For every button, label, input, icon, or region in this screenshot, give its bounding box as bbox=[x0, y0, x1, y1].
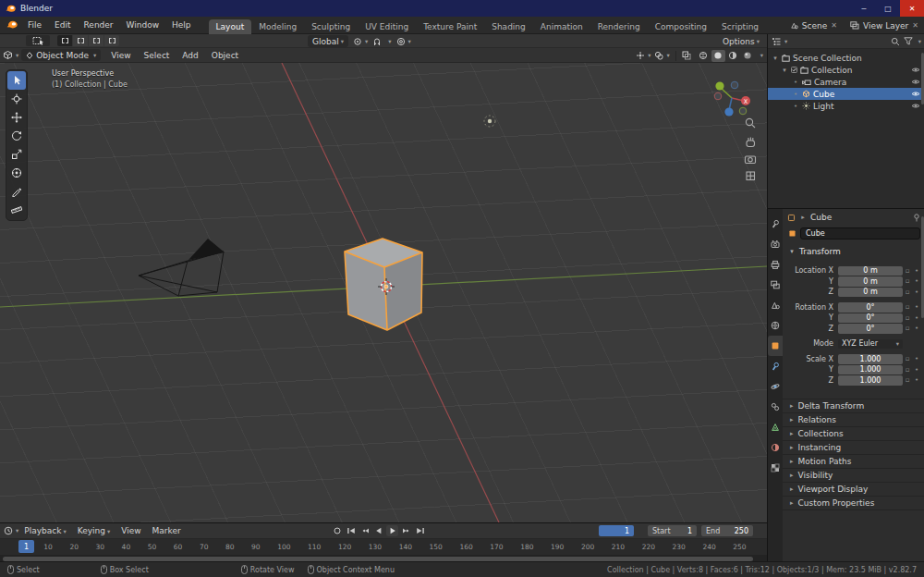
gizmo-x-neg[interactable] bbox=[714, 92, 722, 100]
value-field[interactable]: 1.000 bbox=[838, 365, 903, 375]
shading-solid-button[interactable] bbox=[711, 50, 725, 62]
viewport-menu-item[interactable]: View bbox=[104, 47, 137, 64]
timeline-editor-button[interactable]: ▾ bbox=[4, 526, 18, 535]
tool-cursor[interactable] bbox=[7, 90, 26, 108]
viewport-menu-item[interactable]: Select bbox=[138, 47, 176, 64]
outliner-row-camera[interactable]: • Camera bbox=[768, 76, 924, 88]
options-dropdown[interactable]: Options ▾ bbox=[723, 35, 760, 47]
workspace-tab[interactable]: UV Editing bbox=[358, 19, 416, 34]
select-mode-intersect-button[interactable] bbox=[104, 35, 119, 46]
properties-tab-view-layer[interactable] bbox=[768, 275, 783, 295]
active-tool-button[interactable] bbox=[26, 35, 50, 46]
select-mode-new-button[interactable] bbox=[57, 35, 72, 46]
tool-measure[interactable] bbox=[7, 201, 26, 219]
menu-item[interactable]: File bbox=[21, 17, 48, 33]
value-field[interactable]: 0 m bbox=[838, 266, 903, 276]
select-mode-subtract-button[interactable] bbox=[89, 35, 103, 46]
property-section-header[interactable]: ▸ Viewport Display bbox=[783, 482, 924, 496]
transform-orientation-dropdown[interactable]: Global ▾ bbox=[308, 35, 348, 47]
lock-icon[interactable]: ▫ bbox=[903, 355, 912, 362]
pivot-point-dropdown[interactable]: ▾ bbox=[353, 37, 368, 46]
outliner-editor-button[interactable]: ▾ bbox=[772, 37, 787, 46]
frame-end-field[interactable]: End 250 bbox=[701, 525, 753, 536]
camera-object[interactable] bbox=[139, 239, 225, 296]
view-layer-selector[interactable]: View Layer ✕ bbox=[850, 21, 918, 31]
search-icon[interactable] bbox=[891, 37, 900, 46]
jump-to-start-button[interactable] bbox=[345, 525, 357, 536]
workspace-tab[interactable]: Texture Paint bbox=[416, 19, 484, 34]
workspace-tab[interactable]: Modeling bbox=[251, 19, 304, 34]
gizmo-z-neg[interactable] bbox=[731, 81, 738, 89]
play-button[interactable] bbox=[386, 525, 398, 536]
checkbox-icon[interactable] bbox=[791, 67, 797, 73]
xray-toggle[interactable] bbox=[682, 51, 691, 60]
transform-panel-header[interactable]: ▾ Transform bbox=[783, 244, 924, 259]
animate-dot-icon[interactable]: • bbox=[912, 277, 921, 285]
value-field[interactable]: 0° bbox=[838, 313, 903, 324]
close-button[interactable]: ✕ bbox=[900, 0, 924, 17]
value-field[interactable]: XYZ Euler bbox=[838, 339, 903, 350]
value-field[interactable]: 0° bbox=[838, 302, 903, 313]
timeline-menu-keying[interactable]: Keying▾ bbox=[72, 522, 116, 540]
workspace-tab[interactable]: Compositing bbox=[648, 19, 714, 34]
property-section-header[interactable]: ▸ Instancing bbox=[783, 440, 924, 454]
property-section-header[interactable]: ▸ Collections bbox=[783, 426, 924, 440]
value-field[interactable]: 0 m bbox=[838, 276, 903, 287]
view-layer-unlink-icon[interactable]: ✕ bbox=[912, 21, 918, 30]
workspace-tab[interactable]: Animation bbox=[533, 19, 590, 34]
viewport-canvas[interactable]: X bbox=[0, 63, 767, 522]
prev-keyframe-button[interactable] bbox=[359, 525, 371, 536]
maximize-button[interactable]: □ bbox=[876, 0, 900, 17]
property-section-header[interactable]: ▸ Visibility bbox=[783, 468, 924, 482]
tool-move[interactable] bbox=[7, 108, 26, 127]
viewport-menu-item[interactable]: Object bbox=[205, 47, 245, 64]
shading-rendered-button[interactable] bbox=[741, 50, 755, 62]
camera-view-button[interactable] bbox=[746, 156, 756, 164]
visibility-eye-icon[interactable] bbox=[911, 91, 920, 97]
properties-tab-world[interactable] bbox=[768, 315, 783, 336]
workspace-tab[interactable]: Shading bbox=[484, 19, 533, 34]
gizmos-dropdown[interactable]: ▾ bbox=[636, 51, 650, 60]
pin-icon[interactable] bbox=[913, 214, 920, 222]
zoom-button[interactable] bbox=[746, 118, 755, 128]
animate-dot-icon[interactable]: • bbox=[912, 288, 921, 296]
object-name-field[interactable]: Cube bbox=[800, 227, 920, 239]
scene-unlink-icon[interactable]: ✕ bbox=[831, 21, 837, 30]
lock-icon[interactable]: ▫ bbox=[903, 277, 912, 285]
menu-item[interactable]: Window bbox=[120, 17, 166, 33]
outliner-row-light[interactable]: • Light bbox=[768, 100, 924, 112]
lock-icon[interactable]: ▫ bbox=[903, 366, 912, 374]
tool-rotate[interactable] bbox=[7, 127, 26, 145]
scene-selector[interactable]: Scene ✕ bbox=[790, 21, 837, 31]
titlebar[interactable]: Blender ─ □ ✕ bbox=[0, 0, 924, 17]
ortho-toggle-button[interactable] bbox=[747, 172, 755, 180]
nav-gizmo[interactable]: X bbox=[714, 81, 750, 116]
jump-to-end-button[interactable] bbox=[414, 525, 426, 536]
pan-hand-button[interactable] bbox=[747, 138, 755, 147]
property-section-header[interactable]: ▸ Delta Transform bbox=[783, 399, 924, 412]
gizmo-z-axis[interactable] bbox=[724, 107, 733, 116]
visibility-eye-icon[interactable] bbox=[911, 67, 920, 73]
overlays-dropdown[interactable]: ▾ bbox=[654, 51, 669, 60]
gizmo-y-neg[interactable] bbox=[739, 107, 747, 115]
snap-dropdown[interactable]: ▾ bbox=[388, 38, 391, 45]
snap-toggle[interactable] bbox=[372, 37, 382, 46]
next-keyframe-button[interactable] bbox=[400, 525, 412, 536]
properties-tab-object-data[interactable] bbox=[768, 417, 783, 437]
tool-scale[interactable] bbox=[7, 145, 26, 164]
properties-tab-output[interactable] bbox=[768, 254, 783, 275]
properties-tab-modifiers[interactable] bbox=[768, 356, 783, 376]
lock-icon[interactable]: ▫ bbox=[903, 314, 912, 322]
animate-dot-icon[interactable]: • bbox=[912, 314, 921, 322]
property-section-header[interactable]: ▸ Motion Paths bbox=[783, 454, 924, 468]
menu-item[interactable]: Edit bbox=[48, 17, 77, 33]
animate-dot-icon[interactable]: • bbox=[912, 355, 921, 362]
animate-dot-icon[interactable]: • bbox=[912, 303, 921, 311]
frame-start-field[interactable]: Start 1 bbox=[648, 525, 697, 536]
tool-transform[interactable] bbox=[7, 164, 26, 182]
value-field[interactable]: 1.000 bbox=[838, 354, 903, 364]
animate-dot-icon[interactable]: • bbox=[912, 376, 921, 384]
outliner-row-cube[interactable]: • Cube bbox=[768, 88, 924, 100]
properties-tab-constraints[interactable] bbox=[768, 397, 783, 417]
lock-icon[interactable]: ▫ bbox=[903, 303, 912, 311]
